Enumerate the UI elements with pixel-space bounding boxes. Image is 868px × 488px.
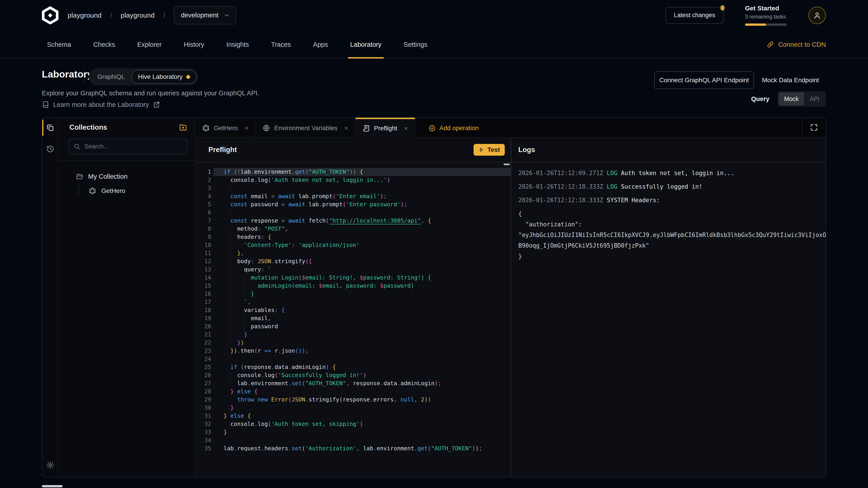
top-bar: playground / playground / development La… <box>0 0 868 31</box>
code-line <box>223 436 510 445</box>
tabstrip-spacer <box>487 118 802 137</box>
search-input[interactable] <box>84 143 183 150</box>
breadcrumb-org[interactable]: playground <box>68 11 101 19</box>
code-line: console.log('Successfully logged in!') <box>223 371 510 379</box>
page-title: Laboratory <box>42 69 93 80</box>
add-operation-button[interactable]: Add operation <box>420 118 487 137</box>
graphql-icon <box>202 124 210 132</box>
breadcrumb-separator: / <box>163 11 165 19</box>
collection-item[interactable]: My Collection <box>59 169 194 184</box>
line-number: 2 <box>195 176 223 184</box>
user-avatar[interactable] <box>808 6 826 24</box>
top-bar-right: Latest changes Get Started 3 remaining t… <box>665 0 826 31</box>
nav-tab-apps[interactable]: Apps <box>313 31 328 59</box>
code-line: }) <box>223 339 510 347</box>
add-operation-label: Add operation <box>439 125 479 132</box>
notification-dot <box>720 5 725 11</box>
rail-history-button[interactable] <box>42 141 58 157</box>
close-icon[interactable]: × <box>344 125 348 131</box>
panes: Preflight Test 1234567891011121314151617… <box>195 138 826 477</box>
tab-preflight[interactable]: Preflight× <box>355 118 415 138</box>
rail-collections-button[interactable] <box>42 118 58 138</box>
code-editor[interactable]: 1234567891011121314151617181920212223242… <box>195 162 510 477</box>
query-mode-api[interactable]: API <box>804 92 825 105</box>
log-entry: 2026-01-26T12:12:18.333Z LOG Successfull… <box>518 182 826 192</box>
close-icon[interactable]: × <box>245 125 249 131</box>
collections-title: Collections <box>69 123 107 131</box>
operation-tabs: GetHero× Environment Variables× Prefligh… <box>195 118 826 138</box>
page-description: Explore your GraphQL schema and run quer… <box>42 90 259 97</box>
close-icon[interactable]: × <box>404 125 408 132</box>
log-json-line: "authorization": <box>518 219 826 230</box>
latest-changes-button[interactable]: Latest changes <box>665 7 723 24</box>
get-started-title: Get Started <box>745 5 787 12</box>
collections-icon <box>46 124 55 132</box>
log-message: Successfully logged in! <box>621 183 702 190</box>
environment-dropdown[interactable]: development <box>174 6 236 24</box>
nav-tab-traces[interactable]: Traces <box>271 31 291 59</box>
laboratory-container: Collections My CollectionGetHero GetHero… <box>42 117 826 477</box>
nav-tab-settings[interactable]: Settings <box>404 31 428 59</box>
log-json-line: "eyJhbGciOiJIUzI1NiIsInR5cCI6IkpXVCJ9.ey… <box>518 230 826 240</box>
hive-laboratory-app: playground / playground / development La… <box>0 0 868 488</box>
hive-logo-icon[interactable] <box>41 6 59 24</box>
code-line: body: JSON.stringify({ <box>223 257 510 265</box>
nav-tab-history[interactable]: History <box>184 31 204 59</box>
query-mode-mock[interactable]: Mock <box>779 92 804 105</box>
connect-graphql-api-endpoint-button[interactable]: Connect GraphQL API Endpoint <box>654 71 754 89</box>
nav-tab-schema[interactable]: Schema <box>47 31 71 59</box>
tab-environment-variables[interactable]: Environment Variables× <box>256 118 355 137</box>
editor-code: if (!lab.environment.get("AUTH_TOKEN")) … <box>223 162 510 453</box>
code-line: variables: { <box>223 306 510 314</box>
code-line: lab.environment.set("AUTH_TOKEN", respon… <box>223 379 510 387</box>
breadcrumb-project[interactable]: playground <box>121 11 155 19</box>
main-nav: SchemaChecksExplorerHistoryInsightsTrace… <box>47 31 427 59</box>
line-number: 7 <box>195 217 223 225</box>
external-link-icon <box>153 101 160 108</box>
nav-tab-laboratory[interactable]: Laboratory <box>350 31 381 59</box>
code-line: }, <box>223 249 510 257</box>
log-level: LOG <box>607 170 617 176</box>
nav-tab-checks[interactable]: Checks <box>93 31 115 59</box>
learn-more-label: Learn more about the Laboratory <box>53 101 149 108</box>
test-button[interactable]: Test <box>473 144 505 156</box>
code-line: 'Content-Type': 'application/json' <box>223 241 510 249</box>
mode-option-graphiql[interactable]: GraphiQL <box>91 73 131 80</box>
preflight-pane-header: Preflight Test <box>195 138 510 162</box>
line-number: 3 <box>195 184 223 192</box>
nav-tab-explorer[interactable]: Explorer <box>137 31 162 59</box>
line-number: 19 <box>195 314 223 322</box>
tab-gethero[interactable]: GetHero× <box>195 118 256 137</box>
code-line: if (!lab.environment.get("AUTH_TOKEN")) … <box>223 168 510 176</box>
graphql-icon <box>89 187 96 195</box>
line-number: 13 <box>195 265 223 273</box>
line-number: 6 <box>195 208 223 217</box>
tab-label: GetHero <box>214 125 238 132</box>
code-line <box>223 184 510 192</box>
tree-indent-line <box>79 183 79 195</box>
folder-plus-icon[interactable] <box>179 123 187 131</box>
logs-pane-header: Logs <box>511 138 826 162</box>
get-started-widget[interactable]: Get Started 3 remaining tasks <box>745 5 787 26</box>
learn-more-link[interactable]: Learn more about the Laboratory <box>42 101 160 108</box>
code-line <box>223 208 510 217</box>
log-timestamp: 2026-01-26T12:12:18.333Z <box>518 183 603 190</box>
preflight-editor-pane: Preflight Test 1234567891011121314151617… <box>195 138 510 477</box>
code-line: } <box>223 428 510 436</box>
tab-label: Environment Variables <box>274 125 338 132</box>
preflight-pane-title: Preflight <box>209 146 237 154</box>
rail-settings-button[interactable] <box>42 457 58 473</box>
mock-data-endpoint-button[interactable]: Mock Data Endpoint <box>760 71 821 89</box>
mode-option-hive-laboratory[interactable]: Hive Laboratory <box>131 70 196 84</box>
get-started-subtitle: 3 remaining tasks <box>745 14 787 20</box>
connect-to-cdn-link[interactable]: Connect to CDN <box>767 31 826 59</box>
page-hscrollbar-thumb[interactable] <box>42 485 63 487</box>
line-number: 33 <box>195 428 223 436</box>
get-started-progressbar <box>745 24 787 26</box>
query-mode-segmented-control: Mock API <box>778 91 826 107</box>
editor-scrollbar-thumb[interactable] <box>504 164 510 165</box>
collections-search <box>68 138 188 154</box>
fullscreen-button[interactable] <box>802 118 826 137</box>
nav-tab-insights[interactable]: Insights <box>226 31 249 59</box>
operation-item-gethero[interactable]: GetHero <box>59 184 194 198</box>
